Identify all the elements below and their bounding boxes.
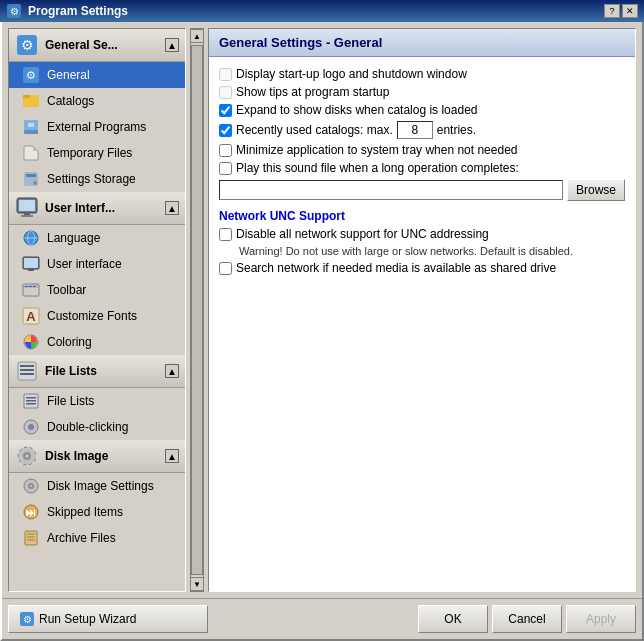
svg-rect-7 [23, 95, 30, 98]
disable-unc-checkbox[interactable] [219, 228, 232, 241]
play-sound-checkbox[interactable] [219, 162, 232, 175]
svg-marker-12 [33, 146, 38, 151]
collapse-file-lists-button[interactable]: ▲ [165, 364, 179, 378]
nav-item-toolbar[interactable]: Toolbar [9, 277, 185, 303]
catalogs-icon [21, 91, 41, 111]
recently-used-checkbox[interactable] [219, 124, 232, 137]
play-sound-label[interactable]: Play this sound file when a long operati… [219, 161, 519, 175]
disable-unc-row: Disable all network support for UNC addr… [219, 227, 625, 241]
nav-item-temporary-files[interactable]: Temporary Files [9, 140, 185, 166]
nav-item-archive-files[interactable]: Archive Files [9, 525, 185, 551]
dialog-title: Program Settings [28, 4, 604, 18]
ok-button[interactable]: OK [418, 605, 488, 633]
section-user-interface[interactable]: User Interf... ▲ [9, 192, 185, 225]
user-interface-icon [21, 254, 41, 274]
svg-rect-37 [20, 373, 34, 375]
settings-storage-label: Settings Storage [47, 172, 136, 186]
language-icon [21, 228, 41, 248]
right-panel: General Settings - General Display start… [208, 28, 636, 592]
svg-rect-56 [27, 539, 35, 541]
collapse-disk-image-button[interactable]: ▲ [165, 449, 179, 463]
svg-point-46 [26, 455, 29, 458]
scroll-down-button[interactable]: ▼ [190, 577, 204, 591]
svg-rect-54 [27, 533, 35, 535]
svg-rect-39 [26, 397, 36, 399]
nav-item-customize-fonts[interactable]: A Customize Fonts [9, 303, 185, 329]
scroll-up-button[interactable]: ▲ [190, 29, 204, 43]
play-sound-row: Play this sound file when a long operati… [219, 161, 625, 175]
svg-text:⚙: ⚙ [21, 37, 34, 53]
unc-warning-text: Warning! Do not use with large or slow n… [239, 245, 625, 257]
browse-button[interactable]: Browse [567, 179, 625, 201]
right-panel-header: General Settings - General [209, 29, 635, 57]
general-icon: ⚙ [21, 65, 41, 85]
nav-item-skipped-items[interactable]: ⏭ Skipped Items [9, 499, 185, 525]
recently-used-spinbox[interactable] [397, 121, 433, 139]
collapse-ui-button[interactable]: ▲ [165, 201, 179, 215]
svg-rect-17 [19, 200, 35, 211]
right-panel-title: General Settings - General [219, 35, 382, 50]
svg-rect-40 [26, 400, 36, 402]
svg-rect-19 [21, 215, 33, 217]
show-tips-row: Show tips at program startup [219, 85, 625, 99]
search-network-label[interactable]: Search network if needed media is availa… [219, 261, 556, 275]
recently-used-prefix-label: Recently used catalogs: max. [236, 123, 393, 137]
svg-rect-30 [33, 286, 36, 287]
customize-fonts-label: Customize Fonts [47, 309, 137, 323]
nav-item-disk-image-settings[interactable]: Disk Image Settings [9, 473, 185, 499]
recently-used-suffix-label: entries. [437, 123, 476, 137]
minimize-tray-checkbox[interactable] [219, 144, 232, 157]
show-tips-label[interactable]: Show tips at program startup [219, 85, 389, 99]
nav-item-general[interactable]: ⚙ General [9, 62, 185, 88]
svg-text:⚙: ⚙ [10, 6, 19, 17]
external-programs-label: External Programs [47, 120, 146, 134]
search-network-checkbox[interactable] [219, 262, 232, 275]
toolbar-icon [21, 280, 41, 300]
catalogs-label: Catalogs [47, 94, 94, 108]
section-disk-image[interactable]: Disk Image ▲ [9, 440, 185, 473]
run-setup-wizard-button[interactable]: ⚙ Run Setup Wizard [8, 605, 208, 633]
minimize-tray-row: Minimize application to system tray when… [219, 143, 625, 157]
minimize-tray-label[interactable]: Minimize application to system tray when… [219, 143, 517, 157]
section-general-settings[interactable]: ⚙ General Se... ▲ [9, 29, 185, 62]
display-startup-label[interactable]: Display start-up logo and shutdown windo… [219, 67, 467, 81]
temporary-files-icon [21, 143, 41, 163]
expand-catalog-row: Expand to show disks when catalog is loa… [219, 103, 625, 117]
disk-image-settings-icon [21, 476, 41, 496]
left-panel: ⚙ General Se... ▲ ⚙ General [8, 28, 186, 592]
help-button[interactable]: ? [604, 4, 620, 18]
collapse-general-button[interactable]: ▲ [165, 38, 179, 52]
archive-files-icon [21, 528, 41, 548]
main-dialog: ⚙ General Se... ▲ ⚙ General [0, 22, 644, 641]
nav-item-user-interface[interactable]: User interface [9, 251, 185, 277]
search-network-row: Search network if needed media is availa… [219, 261, 625, 275]
section-file-lists[interactable]: File Lists ▲ [9, 355, 185, 388]
nav-item-double-clicking[interactable]: Double-clicking [9, 414, 185, 440]
svg-text:⏭: ⏭ [26, 507, 36, 518]
disable-unc-label[interactable]: Disable all network support for UNC addr… [219, 227, 489, 241]
expand-catalog-checkbox[interactable] [219, 104, 232, 117]
apply-button[interactable]: Apply [566, 605, 636, 633]
show-tips-checkbox[interactable] [219, 86, 232, 99]
close-button[interactable]: ✕ [622, 4, 638, 18]
sound-file-path-input[interactable] [219, 180, 563, 200]
svg-rect-36 [20, 369, 34, 371]
nav-item-settings-storage[interactable]: Settings Storage [9, 166, 185, 192]
cancel-button[interactable]: Cancel [492, 605, 562, 633]
wizard-label: Run Setup Wizard [39, 612, 136, 626]
svg-rect-55 [27, 536, 35, 538]
nav-item-coloring[interactable]: Coloring [9, 329, 185, 355]
unc-section: Network UNC Support Disable all network … [219, 209, 625, 275]
svg-point-50 [30, 485, 32, 487]
nav-item-file-lists[interactable]: File Lists [9, 388, 185, 414]
settings-storage-icon [21, 169, 41, 189]
nav-item-catalogs[interactable]: Catalogs [9, 88, 185, 114]
svg-text:⚙: ⚙ [26, 69, 36, 81]
display-startup-checkbox[interactable] [219, 68, 232, 81]
expand-catalog-label[interactable]: Expand to show disks when catalog is loa… [219, 103, 477, 117]
customize-fonts-icon: A [21, 306, 41, 326]
svg-rect-18 [24, 213, 30, 215]
nav-item-language[interactable]: Language [9, 225, 185, 251]
section-user-interface-label: User Interf... [45, 201, 165, 215]
nav-item-external-programs[interactable]: External Programs [9, 114, 185, 140]
